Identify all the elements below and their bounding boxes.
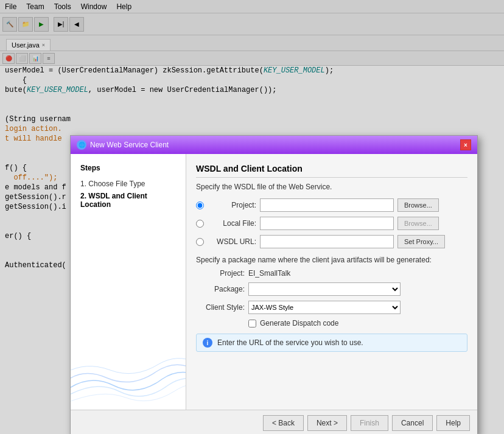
- dialog-title-text: New Web Service Client: [90, 141, 169, 149]
- step-2-label: WSDL and Client Location: [80, 192, 147, 209]
- step-2-number: 2.: [80, 192, 86, 200]
- step-2[interactable]: 2. WSDL and Client Location: [80, 192, 176, 209]
- dialog-title-area: 🌐 New Web Service Client: [77, 140, 169, 150]
- setproxy-button[interactable]: Set Proxy...: [397, 235, 445, 248]
- localfile-browse-button[interactable]: Browse...: [397, 217, 439, 230]
- step-1[interactable]: 1. Choose File Type: [80, 180, 176, 188]
- project-browse-button[interactable]: Browse...: [397, 198, 439, 212]
- project-radio-label: Project:: [208, 201, 256, 209]
- project-info-label: Project:: [196, 269, 245, 278]
- dispatch-checkbox-label: Generate Dispatch code: [260, 319, 338, 327]
- dialog-title-icon: 🌐: [77, 140, 86, 150]
- steps-title: Steps: [80, 164, 176, 172]
- new-web-service-dialog: 🌐 New Web Service Client × Steps 1. Choo…: [70, 135, 478, 434]
- package-row: Package:: [196, 282, 467, 296]
- step-1-label: Choose File Type: [88, 180, 145, 188]
- panel-description: Specify the WSDL file of the Web Service…: [196, 183, 467, 191]
- finish-button[interactable]: Finish: [351, 415, 388, 431]
- dialog-footer: < Back Next > Finish Cancel Help: [71, 410, 477, 434]
- localfile-input[interactable]: [260, 217, 394, 230]
- localfile-radio[interactable]: [196, 220, 204, 228]
- dialog-titlebar: 🌐 New Web Service Client ×: [71, 136, 477, 154]
- project-radio[interactable]: [196, 201, 204, 209]
- steps-panel: Steps 1. Choose File Type 2. WSDL and Cl…: [71, 154, 186, 410]
- project-input[interactable]: [260, 198, 394, 212]
- panel-title: WSDL and Client Location: [196, 164, 467, 178]
- step-1-number: 1.: [80, 180, 86, 188]
- client-style-label: Client Style:: [196, 303, 245, 312]
- wsdlurl-radio[interactable]: [196, 238, 204, 246]
- package-select[interactable]: [248, 282, 401, 296]
- project-info-row: Project: EI_SmallTalk: [196, 269, 467, 278]
- dialog-body: Steps 1. Choose File Type 2. WSDL and Cl…: [71, 154, 477, 410]
- project-info-value: EI_SmallTalk: [248, 269, 290, 278]
- localfile-radio-label: Local File:: [208, 219, 256, 228]
- project-field-row: Project: Browse...: [196, 198, 467, 212]
- localfile-field-row: Local File: Browse...: [196, 217, 467, 230]
- wsdlurl-input[interactable]: [260, 235, 394, 248]
- package-label: Package:: [196, 285, 245, 293]
- client-style-select[interactable]: JAX-WS Style Jersey Style: [248, 301, 401, 314]
- info-bar-text: Enter the URL of the service you wish to…: [217, 338, 363, 347]
- wsdlurl-radio-label: WSDL URL:: [208, 237, 256, 246]
- cancel-button[interactable]: Cancel: [392, 415, 433, 431]
- help-button[interactable]: Help: [436, 415, 470, 431]
- steps-wave-decoration: [71, 337, 186, 410]
- client-style-row: Client Style: JAX-WS Style Jersey Style: [196, 301, 467, 314]
- next-button[interactable]: Next >: [307, 415, 347, 431]
- info-bar: i Enter the URL of the service you wish …: [196, 334, 467, 352]
- dispatch-checkbox[interactable]: [248, 320, 256, 327]
- dialog-close-button[interactable]: ×: [460, 139, 471, 150]
- section-description: Specify a package name where the client …: [196, 256, 467, 264]
- main-content-panel: WSDL and Client Location Specify the WSD…: [186, 154, 477, 410]
- dispatch-checkbox-row: Generate Dispatch code: [196, 319, 467, 327]
- back-button[interactable]: < Back: [263, 415, 304, 431]
- wsdlurl-field-row: WSDL URL: Set Proxy...: [196, 235, 467, 248]
- info-icon: i: [203, 338, 212, 348]
